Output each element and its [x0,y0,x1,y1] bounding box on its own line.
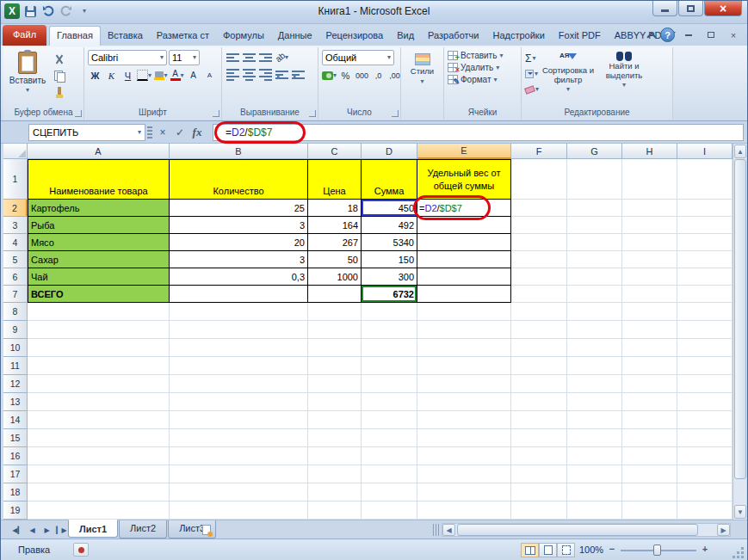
cell-C4[interactable]: 267 [308,234,362,251]
cell-A12[interactable] [28,375,170,393]
workbook-close-button[interactable]: × [725,28,742,42]
name-box[interactable]: СЦЕПИТЬ ▾ [28,124,145,141]
cell-C2[interactable]: 18 [308,200,362,217]
cell-G7[interactable] [567,286,622,303]
resize-grip[interactable] [732,546,744,558]
cell-C16[interactable] [308,447,362,465]
cell-C15[interactable] [308,429,362,447]
orientation-button[interactable]: ab▾ [275,50,289,65]
cell-E8[interactable] [417,303,511,321]
cell-H13[interactable] [622,393,677,411]
page-break-view-button[interactable] [557,543,575,557]
insert-worksheet-button[interactable] [195,523,218,537]
cell-D2[interactable]: 450 [362,200,417,217]
cell-F15[interactable] [511,429,567,447]
cell-C18[interactable] [308,483,362,502]
cell-D7[interactable]: 6732 [362,286,417,303]
align-right-button[interactable] [258,67,273,82]
cell-F19[interactable] [511,502,567,520]
cell-C10[interactable] [308,339,362,357]
cell-E11[interactable] [417,357,511,375]
fill-color-button[interactable]: ▾ [153,68,168,83]
cell-D3[interactable]: 492 [362,217,417,234]
alignment-dialog-launcher[interactable] [309,110,316,117]
cell-C13[interactable] [308,393,362,411]
normal-view-button[interactable] [521,543,539,557]
align-left-button[interactable] [226,67,240,82]
ribbon-tab-Надстройки[interactable]: Надстройки [485,27,551,46]
underline-button[interactable]: Ч [121,68,135,83]
cell-B14[interactable] [170,411,308,429]
cell-H14[interactable] [622,411,677,429]
row-header-16[interactable]: 16 [3,447,28,465]
cell-B15[interactable] [170,429,308,447]
cell-H10[interactable] [622,339,677,357]
name-box-resize-handle[interactable] [147,126,152,138]
cell-C12[interactable] [308,375,362,393]
col-header-D[interactable]: D [362,144,417,159]
format-cells-button[interactable]: ✎ Формат ▾ [448,75,517,84]
cell-G13[interactable] [567,393,622,411]
sheet-tab-Лист2[interactable]: Лист2 [119,520,167,538]
cell-G4[interactable] [567,234,622,251]
find-select-button[interactable]: Найти и выделить ▾ [597,50,651,107]
cell-B7[interactable] [170,286,308,303]
cell-E12[interactable] [417,375,511,393]
select-all-corner[interactable] [3,144,28,159]
cell-B4[interactable]: 20 [170,234,308,251]
cell-G19[interactable] [567,502,622,520]
cell-B11[interactable] [170,357,308,375]
ribbon-tab-Рецензирова[interactable]: Рецензирова [319,27,391,46]
cell-C8[interactable] [308,303,362,321]
col-header-F[interactable]: F [511,144,567,159]
cell-A8[interactable] [28,303,170,321]
cell-C3[interactable]: 164 [308,217,362,234]
cell-B12[interactable] [170,375,308,393]
cell-D8[interactable] [362,303,417,321]
cell-H4[interactable] [622,234,677,251]
cell-I2[interactable] [677,200,733,217]
cell-C11[interactable] [308,357,362,375]
col-header-H[interactable]: H [622,144,677,159]
cell-D5[interactable]: 150 [362,251,417,268]
cell-D11[interactable] [362,357,417,375]
row-header-15[interactable]: 15 [3,429,28,447]
cell-E7[interactable] [417,286,511,303]
ribbon-tab-Формулы[interactable]: Формулы [216,27,271,46]
row-header-6[interactable]: 6 [3,268,28,286]
ribbon-tab-Файл[interactable]: Файл [3,25,46,46]
cell-C19[interactable] [308,502,362,520]
minimize-button[interactable] [652,1,677,16]
cell-G15[interactable] [567,429,622,447]
cell-F11[interactable] [511,357,567,375]
delete-cells-button[interactable]: × Удалить ▾ [448,63,517,72]
row-header-8[interactable]: 8 [3,303,28,321]
cell-F13[interactable] [511,393,567,411]
cell-I10[interactable] [677,339,733,357]
italic-button[interactable]: К [104,68,119,83]
cell-F6[interactable] [511,268,567,286]
cell-I4[interactable] [677,234,733,251]
col-header-A[interactable]: A [28,144,170,159]
row-header-14[interactable]: 14 [3,411,28,429]
align-middle-button[interactable] [242,50,257,65]
cell-F4[interactable] [511,234,567,251]
number-dialog-launcher[interactable] [392,110,399,117]
cell-B17[interactable] [170,465,308,483]
cell-F14[interactable] [511,411,567,429]
cell-A16[interactable] [28,447,170,465]
cell-F9[interactable] [511,321,567,339]
row-header-18[interactable]: 18 [3,483,28,502]
ribbon-tab-Вставка[interactable]: Вставка [101,27,150,46]
cell-I7[interactable] [677,286,733,303]
row-header-11[interactable]: 11 [3,357,28,375]
next-sheet-button[interactable]: ▶ [40,523,53,537]
maximize-button[interactable] [678,1,703,16]
clipboard-dialog-launcher[interactable] [75,110,82,117]
cell-C7[interactable] [308,286,362,303]
workbook-restore-button[interactable] [702,28,720,42]
borders-button[interactable]: ▾ [137,68,151,83]
cell-A11[interactable] [28,357,170,375]
clear-button[interactable]: ▾ [525,83,539,96]
zoom-slider-handle[interactable] [653,545,661,556]
